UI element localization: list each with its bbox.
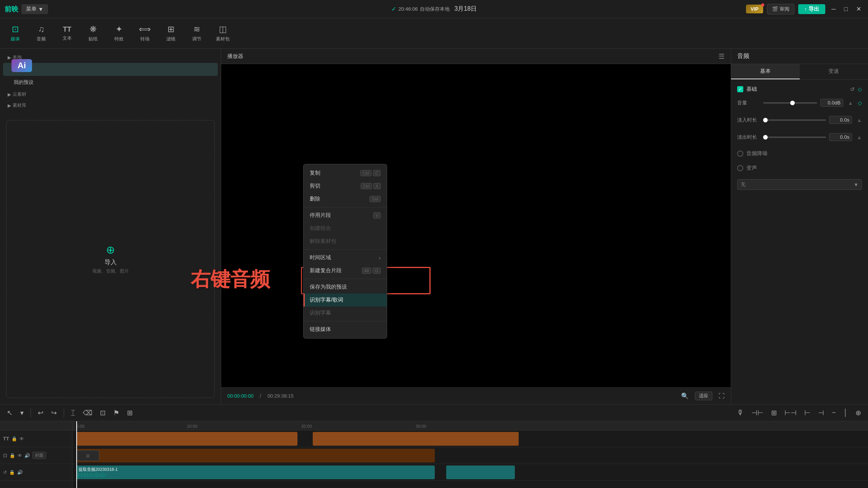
voice-change-row: 变声 bbox=[737, 165, 862, 172]
fadein-up-btn[interactable]: ▲ bbox=[857, 117, 862, 123]
right-tabs: 基本 变速 bbox=[731, 64, 868, 80]
player-menu-icon[interactable]: ☰ bbox=[719, 52, 725, 61]
close-button[interactable]: ✕ bbox=[854, 5, 863, 13]
fadeout-thumb[interactable] bbox=[763, 135, 768, 140]
ctx-new-compound[interactable]: 新建复合片段 Alt G bbox=[304, 264, 387, 277]
ctx-recognize-sub-label: 识别字幕 bbox=[310, 310, 331, 316]
fadein-slider[interactable] bbox=[763, 119, 826, 121]
text-clip-3[interactable] bbox=[435, 432, 519, 446]
svg-rect-5 bbox=[84, 472, 85, 478]
ctx-link-media[interactable]: 链接媒体 bbox=[304, 323, 387, 336]
tl-btn-r4[interactable]: ⊢ bbox=[802, 408, 813, 418]
text-clip-1[interactable] bbox=[76, 432, 297, 446]
fadeout-up-btn[interactable]: ▲ bbox=[857, 134, 862, 140]
toolbar-sticker[interactable]: ❋ 贴纸 bbox=[81, 21, 105, 46]
volume-slider[interactable] bbox=[763, 102, 817, 104]
tl-undo-btn[interactable]: ↩ bbox=[35, 408, 46, 418]
tl-dropdown-btn[interactable]: ▾ bbox=[18, 408, 26, 418]
svg-rect-15 bbox=[99, 474, 100, 476]
app-logo: 前映 bbox=[5, 5, 18, 14]
fadein-thumb[interactable] bbox=[763, 118, 768, 122]
tl-btn-r5[interactable]: ⊣ bbox=[816, 408, 826, 418]
tl-flag-btn[interactable]: ⚑ bbox=[111, 408, 122, 418]
tl-btn5[interactable]: ⊞ bbox=[125, 408, 135, 418]
ctx-pause-clip[interactable]: 停用片段 V bbox=[304, 209, 387, 222]
volume-label: 音量 bbox=[737, 100, 760, 106]
lock-icon-cover[interactable]: 🔒 bbox=[10, 453, 15, 458]
noise-reduction-toggle[interactable] bbox=[737, 151, 743, 157]
keyframe-icon[interactable]: ◇ bbox=[858, 86, 862, 92]
tl-btn3[interactable]: ⊡ bbox=[98, 408, 108, 418]
audio-clip-2[interactable] bbox=[446, 466, 515, 479]
tl-btn-r2[interactable]: ⊞ bbox=[769, 408, 779, 418]
volume-thumb[interactable] bbox=[790, 101, 795, 105]
reset-icon[interactable]: ↺ bbox=[850, 86, 855, 92]
ctx-delete[interactable]: 删除 Del bbox=[304, 193, 387, 205]
export-button[interactable]: ↑ 导出 bbox=[798, 4, 825, 14]
nav-local[interactable]: ▶ 本地 bbox=[3, 52, 218, 63]
lock-icon-audio[interactable]: 🔒 bbox=[9, 470, 15, 475]
fullscreen-button[interactable]: ⛶ bbox=[719, 393, 725, 400]
voice-change-toggle[interactable] bbox=[737, 165, 743, 171]
tl-mic-btn[interactable]: 🎙 bbox=[735, 408, 746, 417]
ctx-recognize-sub[interactable]: 识别字幕 bbox=[304, 307, 387, 319]
ctx-copy-label: 复制 bbox=[310, 170, 320, 177]
lock-icon-text[interactable]: 🔒 bbox=[11, 436, 17, 441]
volume-up-btn[interactable]: ▲ bbox=[848, 100, 853, 106]
minimize-button[interactable]: ─ bbox=[829, 6, 838, 13]
vip-button[interactable]: VIP bbox=[746, 5, 763, 13]
nav-library[interactable]: ▶ 素材库 bbox=[3, 100, 218, 111]
toolbar-filter[interactable]: ⊞ 滤镜 bbox=[159, 21, 183, 46]
nav-cloud-expand: ▶ bbox=[8, 92, 11, 97]
tab-speed[interactable]: 变速 bbox=[800, 64, 868, 79]
maximize-button[interactable]: □ bbox=[842, 6, 850, 13]
eye-icon-cover[interactable]: 👁 bbox=[18, 453, 22, 458]
menu-button[interactable]: 菜单 ▼ bbox=[21, 4, 48, 14]
cover-clip[interactable] bbox=[76, 449, 435, 462]
tl-minus-btn[interactable]: − bbox=[829, 408, 838, 417]
tl-plus-btn[interactable]: ⊕ bbox=[853, 408, 863, 418]
tl-select-btn[interactable]: ↖ bbox=[5, 408, 15, 418]
zoom-button[interactable]: 🔍 bbox=[681, 392, 689, 400]
review-button[interactable]: 🎬 审阅 bbox=[767, 4, 794, 14]
toolbar-audio[interactable]: ♫ 音频 bbox=[29, 21, 53, 46]
audio-vol-icon[interactable]: 🔊 bbox=[17, 470, 23, 475]
ai-badge[interactable]: Ai bbox=[11, 59, 32, 72]
ctx-copy-shortcut: Ctrl C bbox=[360, 170, 381, 176]
nav-cloud[interactable]: ▶ 云素材 bbox=[3, 89, 218, 100]
eye-icon-text[interactable]: 👁 bbox=[19, 436, 24, 441]
tl-btn-r3[interactable]: ⊢⊣ bbox=[782, 408, 799, 418]
ctx-create-group: 创建组合 bbox=[304, 222, 387, 235]
ctx-cut[interactable]: 剪切 Ctrl X bbox=[304, 180, 387, 193]
tl-delete-btn[interactable]: ⌫ bbox=[80, 408, 95, 418]
tl-split-btn[interactable]: ⌶ bbox=[69, 408, 77, 417]
fadeout-slider[interactable] bbox=[763, 136, 826, 138]
ctx-time-region[interactable]: 时间区域 › bbox=[304, 251, 387, 264]
ctx-time-region-label: 时间区域 bbox=[310, 254, 331, 261]
import-area[interactable]: ⊕ 导入 视频、音频、图片 bbox=[6, 120, 215, 398]
svg-rect-16 bbox=[101, 473, 101, 477]
fit-button[interactable]: 适应 bbox=[695, 392, 712, 400]
nav-preset[interactable]: 我的预设 bbox=[3, 76, 218, 89]
volume-keyframe-icon[interactable]: ◇ bbox=[858, 100, 862, 106]
tl-redo-btn[interactable]: ↪ bbox=[49, 408, 59, 418]
toolbar-transition[interactable]: ⟺ 转场 bbox=[133, 21, 157, 46]
ctx-save-preset[interactable]: 保存为我的预设 bbox=[304, 281, 387, 294]
voice-change-select[interactable]: 无 ▼ bbox=[737, 179, 862, 190]
ctx-recognize-lyrics[interactable]: 识别字幕/歌词 bbox=[304, 294, 387, 307]
nav-import[interactable]: 导入 bbox=[3, 63, 218, 76]
svg-rect-4 bbox=[82, 474, 83, 476]
toolbar-media[interactable]: ⊡ 媒体 bbox=[3, 21, 27, 46]
toolbar-effects[interactable]: ✦ 特效 bbox=[107, 21, 131, 46]
toolbar-adjust[interactable]: ≋ 调节 bbox=[185, 21, 209, 46]
toolbar-text[interactable]: TT 文本 bbox=[55, 21, 79, 46]
svg-rect-12 bbox=[95, 473, 95, 477]
audio-icon-cover[interactable]: 🔊 bbox=[24, 453, 30, 458]
tab-basic[interactable]: 基本 bbox=[731, 64, 800, 79]
tl-btn-r1[interactable]: ⊣⊢ bbox=[749, 408, 766, 418]
ctx-copy[interactable]: 复制 Ctrl C bbox=[304, 167, 387, 180]
audio-clip-main[interactable]: 提取音频20230318-1 bbox=[76, 466, 435, 479]
basic-checkbox[interactable]: ✓ bbox=[737, 86, 743, 92]
tl-bar-btn[interactable]: │ bbox=[841, 408, 850, 417]
toolbar-pack[interactable]: ◫ 素材包 bbox=[211, 21, 235, 46]
